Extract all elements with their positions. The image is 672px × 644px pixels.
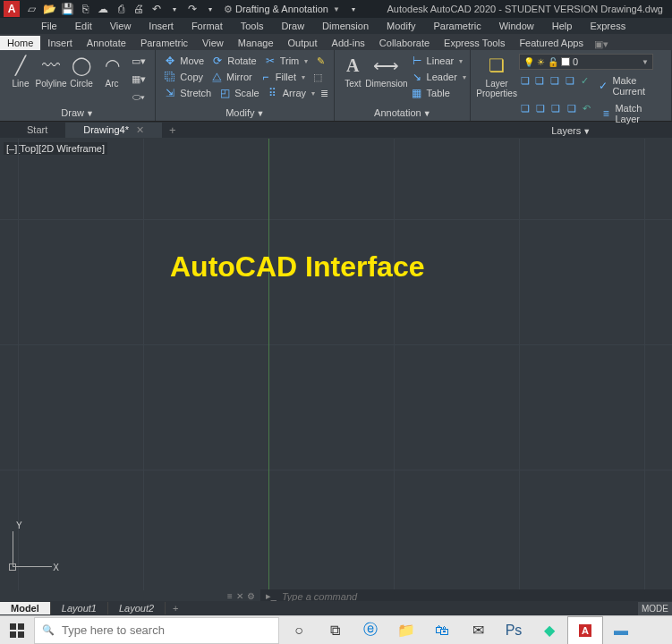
explode-icon[interactable]: ⬚: [310, 70, 326, 84]
taskbar-search[interactable]: 🔍: [34, 617, 279, 644]
cmd-close-icon[interactable]: ✕: [236, 591, 243, 601]
pycharm-icon[interactable]: ◆: [532, 616, 567, 645]
autocad-task-icon[interactable]: A: [567, 616, 603, 645]
menu-modify[interactable]: Modify: [378, 19, 424, 33]
tool-make-current[interactable]: ✓Make Current: [596, 74, 667, 97]
doc-tab-drawing[interactable]: Drawing4* ✕: [65, 123, 162, 138]
tool-match-layer[interactable]: ≡Match Layer: [598, 102, 666, 125]
ucs-icon[interactable]: Y X: [7, 522, 57, 572]
panel-modify-title[interactable]: Modify▼: [156, 107, 334, 121]
layer-on-icon[interactable]: ❏: [534, 102, 547, 114]
canvas-text-object[interactable]: AutoCAD Interface: [170, 250, 424, 284]
undo-dd-icon[interactable]: ▾: [168, 3, 181, 15]
taskview-icon[interactable]: ⧉: [317, 616, 353, 645]
tool-leader[interactable]: ↘Leader▾: [408, 70, 469, 84]
layer-lock-icon[interactable]: ❏: [564, 74, 576, 87]
plot-icon[interactable]: ⎙: [115, 3, 127, 15]
menu-edit[interactable]: Edit: [66, 19, 101, 33]
mail-icon[interactable]: ✉: [460, 616, 496, 645]
command-input[interactable]: [282, 591, 667, 602]
tab-collaborate[interactable]: Collaborate: [372, 36, 437, 50]
layer-unlock-icon[interactable]: ❏: [566, 102, 578, 114]
layer-off-icon[interactable]: ❏: [534, 74, 547, 87]
layer-green-icon[interactable]: ✓: [579, 74, 591, 87]
layer-thaw-icon[interactable]: ❏: [549, 102, 562, 114]
explorer-icon[interactable]: 📁: [388, 616, 424, 645]
pencil-icon[interactable]: ✎: [312, 54, 328, 68]
tool-trim[interactable]: ✂Trim▾: [261, 54, 311, 68]
layout-tab-2[interactable]: Layout2: [108, 602, 166, 614]
tool-line[interactable]: ╱ Line: [5, 54, 36, 89]
tool-text[interactable]: A Text: [340, 54, 365, 89]
tool-mirror[interactable]: ⧋Mirror: [208, 70, 255, 84]
add-tab-icon[interactable]: +: [162, 123, 183, 137]
store-icon[interactable]: 🛍: [424, 616, 460, 645]
menu-format[interactable]: Format: [183, 19, 232, 33]
tab-view[interactable]: View: [195, 36, 231, 50]
drawing-area[interactable]: [–][Top][2D Wireframe] AutoCAD Interface…: [0, 139, 672, 590]
menu-view[interactable]: View: [101, 19, 140, 33]
doc-tab-start[interactable]: Start: [9, 123, 65, 137]
print-icon[interactable]: 🖨: [132, 3, 145, 15]
qat-customize-icon[interactable]: ▾: [347, 3, 360, 15]
start-button[interactable]: [0, 616, 34, 645]
layer-uniso-icon[interactable]: ❏: [519, 102, 532, 114]
cmd-history-icon[interactable]: ≡: [227, 591, 233, 601]
tool-scale[interactable]: ◰Scale: [216, 86, 262, 100]
tab-parametric[interactable]: Parametric: [133, 36, 195, 50]
tool-polyline[interactable]: 〰 Polyline: [36, 54, 66, 89]
tool-arc[interactable]: ◠ Arc: [97, 54, 127, 89]
menu-window[interactable]: Window: [490, 19, 543, 33]
photoshop-icon[interactable]: Ps: [496, 616, 532, 645]
menu-tools[interactable]: Tools: [232, 19, 273, 33]
tool-layer-properties[interactable]: ❏ Layer Properties: [476, 54, 517, 98]
menu-file[interactable]: File: [32, 19, 66, 33]
menu-insert[interactable]: Insert: [140, 19, 183, 33]
tool-copy[interactable]: ⿻Copy: [161, 70, 206, 84]
saveas-icon[interactable]: ⎘: [79, 3, 91, 15]
save-icon[interactable]: 💾: [61, 3, 73, 15]
layer-iso-icon[interactable]: ❏: [519, 74, 532, 87]
panel-annotation-title[interactable]: Annotation▼: [335, 107, 470, 121]
app-logo[interactable]: A: [4, 1, 20, 17]
tool-fillet[interactable]: ⌐Fillet▾: [257, 70, 308, 84]
tab-addins[interactable]: Add-ins: [325, 36, 372, 50]
tab-express-tools[interactable]: Express Tools: [437, 36, 512, 50]
add-layout-icon[interactable]: +: [166, 603, 185, 614]
layout-tab-1[interactable]: Layout1: [51, 602, 108, 614]
layout-tab-model[interactable]: Model: [0, 602, 51, 614]
edge-icon[interactable]: ⓔ: [353, 616, 388, 645]
tab-more-icon[interactable]: ▣▾: [594, 38, 608, 50]
search-input[interactable]: [62, 623, 271, 637]
rectangle-icon[interactable]: ▭▾: [131, 54, 147, 68]
redo-dd-icon[interactable]: ▾: [204, 3, 217, 15]
redo-icon[interactable]: ↷: [186, 3, 199, 15]
tool-linear[interactable]: ⊢Linear▾: [408, 54, 469, 68]
tool-rotate[interactable]: ⟳Rotate: [208, 54, 259, 68]
tab-insert[interactable]: Insert: [40, 36, 80, 50]
tab-manage[interactable]: Manage: [231, 36, 281, 50]
panel-layers-title[interactable]: Layers▼: [471, 125, 671, 139]
tool-table[interactable]: ▦Table: [408, 86, 469, 100]
web-icon[interactable]: ☁: [97, 3, 109, 15]
cmd-config-icon[interactable]: ⚙: [247, 591, 255, 601]
menu-draw[interactable]: Draw: [272, 19, 313, 33]
layer-freeze-icon[interactable]: ❏: [549, 74, 561, 87]
panel-draw-title[interactable]: Draw▼: [0, 107, 155, 121]
hatch-icon[interactable]: ▦▾: [131, 72, 147, 86]
workspace-dropdown[interactable]: ⚙ Drafting & Annotation ▼: [224, 4, 340, 15]
tab-featured-apps[interactable]: Featured Apps: [512, 36, 591, 50]
cortana-icon[interactable]: ○: [281, 616, 317, 645]
undo-icon[interactable]: ↶: [150, 3, 163, 15]
tool-dimension[interactable]: ⟷ Dimension: [365, 54, 407, 89]
menu-help[interactable]: Help: [543, 19, 582, 33]
layer-prev-icon[interactable]: ↶: [581, 102, 593, 114]
tool-circle[interactable]: ◯ Circle: [66, 54, 97, 89]
menu-express[interactable]: Express: [581, 19, 634, 33]
menu-parametric[interactable]: Parametric: [424, 19, 489, 33]
layer-dropdown[interactable]: 💡 ☀ 🔓 0 ▼: [519, 54, 653, 70]
open-icon[interactable]: 📂: [43, 3, 55, 15]
offset-icon[interactable]: ≣: [319, 86, 328, 100]
app-task-icon[interactable]: ▬: [603, 616, 639, 645]
view-label[interactable]: [–][Top][2D Wireframe]: [4, 142, 107, 155]
